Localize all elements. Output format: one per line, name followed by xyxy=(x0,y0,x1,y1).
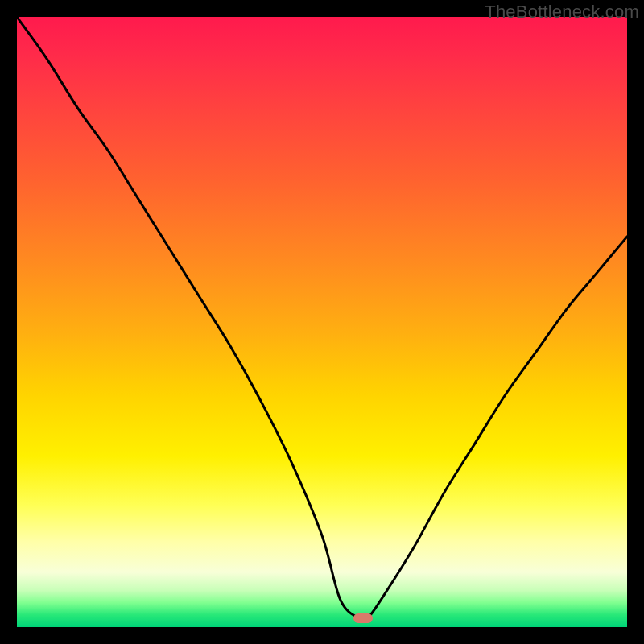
chart-frame: TheBottleneck.com xyxy=(0,0,644,644)
bottleneck-curve xyxy=(17,17,627,627)
optimal-marker xyxy=(353,613,373,623)
plot-area xyxy=(17,17,627,627)
